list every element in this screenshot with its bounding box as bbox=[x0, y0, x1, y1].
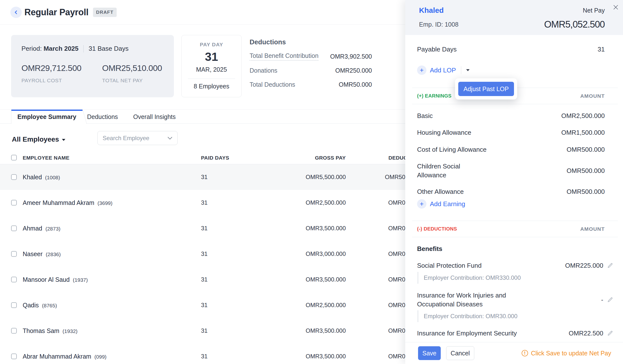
col-paid-days: PAID DAYS bbox=[201, 151, 229, 164]
tab-deductions[interactable]: Deductions bbox=[87, 110, 118, 124]
table-row[interactable]: Thomas Sam (1932)31OMR3,500.000OMR0.000 bbox=[0, 318, 405, 344]
chevron-left-icon bbox=[14, 10, 19, 15]
table-row[interactable]: Mansoor Al Saud (1937)31OMR3,500.000OMR0… bbox=[0, 267, 405, 292]
add-earning-control[interactable]: + Add Earning bbox=[417, 198, 465, 210]
table-row[interactable]: Qadis (8765)31OMR2,500.000OMR0.000 bbox=[0, 292, 405, 318]
vertical-divider bbox=[83, 45, 84, 52]
alert-icon: ! bbox=[522, 350, 528, 356]
employee-id: (2836) bbox=[46, 251, 61, 257]
row-checkbox[interactable] bbox=[11, 251, 17, 257]
divider bbox=[412, 237, 618, 237]
row-checkbox[interactable] bbox=[11, 354, 17, 359]
deductions-amount-header: AMOUNT bbox=[580, 226, 605, 232]
edit-button[interactable] bbox=[607, 330, 613, 336]
add-earning-button[interactable]: Add Earning bbox=[430, 200, 465, 208]
plus-icon[interactable]: + bbox=[417, 65, 426, 75]
row-checkbox[interactable] bbox=[11, 200, 17, 206]
add-lop-button[interactable]: Add LOP bbox=[430, 66, 456, 74]
table-row[interactable]: Abrar Muhammad Akram (099)31OMR3,500.000… bbox=[0, 344, 405, 364]
earning-row: BasicOMR2,500.000 bbox=[417, 109, 605, 122]
adjust-past-lop-button[interactable]: Adjust Past LOP bbox=[458, 82, 514, 96]
drawer-employee-name[interactable]: Khaled bbox=[419, 6, 444, 15]
table-row[interactable]: Ahmad (2873)31OMR3,500.000OMR0.000 bbox=[0, 216, 405, 241]
tab-bar: Employee Summary Deductions Overall Insi… bbox=[0, 109, 405, 124]
employee-name: Mansoor Al Saud (1937) bbox=[23, 276, 88, 283]
deductions-summary: Deductions Total Benefit ContributionOMR… bbox=[250, 39, 372, 88]
paid-days-value: 31 bbox=[201, 276, 208, 283]
payroll-cost: OMR29,712.500 PAYROLL COST bbox=[22, 63, 102, 83]
gross-pay-value: OMR3,500.000 bbox=[306, 327, 346, 334]
table-row[interactable]: Khaled (1008)31OMR5,500.000OMR50.000 bbox=[0, 164, 405, 190]
total-net-pay-amount: OMR25,510.000 bbox=[102, 63, 162, 73]
divider bbox=[461, 66, 461, 74]
deductions-summary-rows: Total Benefit ContributionOMR3,902.500Do… bbox=[250, 53, 372, 88]
deduction-summary-value: OMR250.000 bbox=[335, 67, 372, 74]
deductions-value: OMR0.000 bbox=[358, 276, 405, 283]
earning-label: Housing Allowance bbox=[417, 128, 471, 137]
employee-name: Ahmad (2873) bbox=[23, 225, 60, 232]
search-employee-select[interactable]: Search Employee bbox=[97, 131, 178, 145]
search-placeholder: Search Employee bbox=[103, 135, 149, 142]
benefits-group-label: Benefits bbox=[417, 242, 443, 255]
gross-pay-value: OMR3,500.000 bbox=[306, 225, 346, 232]
deductions-value: OMR0.000 bbox=[358, 353, 405, 360]
row-checkbox[interactable] bbox=[11, 328, 17, 334]
table-row[interactable]: Naseer (2836)31OMR3,000.000OMR0.000 bbox=[0, 241, 405, 267]
add-lop-control: + Add LOP bbox=[417, 64, 469, 77]
edit-pencil-icon bbox=[607, 263, 613, 268]
earning-row: Housing AllowanceOMR1,500.000 bbox=[417, 126, 605, 139]
gross-pay-value: OMR3,500.000 bbox=[306, 276, 346, 283]
deductions-title: (-) DEDUCTIONS bbox=[417, 226, 457, 232]
back-button[interactable] bbox=[10, 7, 22, 18]
payday-label: PAY DAY bbox=[181, 42, 242, 47]
row-checkbox[interactable] bbox=[11, 277, 17, 283]
deduction-amount-group: OMR225.000 bbox=[565, 262, 613, 269]
earning-amount: OMR2,500.000 bbox=[561, 112, 605, 120]
employer-contribution-note: Employer Contribution: OMR330.000 bbox=[418, 272, 521, 284]
paid-days-value: 31 bbox=[201, 250, 208, 257]
payroll-cost-label: PAYROLL COST bbox=[22, 78, 102, 83]
paid-days-value: 31 bbox=[201, 353, 208, 360]
deduction-summary-row: Total DeductionsOMR50.000 bbox=[250, 81, 372, 88]
employee-detail-drawer: Khaled Net Pay Emp. ID: 1008 OMR5,052.50… bbox=[405, 0, 623, 364]
close-icon[interactable] bbox=[613, 4, 619, 11]
deduction-summary-value: OMR3,902.500 bbox=[330, 53, 372, 60]
total-net-pay: OMR25,510.000 TOTAL NET PAY bbox=[102, 63, 162, 83]
all-employees-filter[interactable]: All Employees bbox=[12, 136, 65, 143]
payday-card: PAY DAY 31 MAR, 2025 8 Employees bbox=[181, 35, 242, 97]
employee-name: Khaled (1008) bbox=[23, 174, 60, 181]
active-tab-indicator bbox=[11, 110, 83, 111]
deduction-amount-group: - bbox=[601, 296, 613, 304]
employee-name: Qadis (8765) bbox=[23, 302, 57, 309]
deduction-summary-row: Total Benefit ContributionOMR3,902.500 bbox=[250, 53, 372, 60]
add-lop-dropdown-caret[interactable] bbox=[466, 69, 469, 71]
payday-divider bbox=[188, 79, 235, 79]
table-row[interactable]: Ameer Muhammad Akram (3699)31OMR2,500.00… bbox=[0, 190, 405, 216]
payable-days-value: 31 bbox=[598, 45, 605, 53]
deduction-label: Insurance for Work Injuries and Occupati… bbox=[417, 291, 535, 309]
payday-date: MAR, 2025 bbox=[181, 66, 242, 73]
deduction-amount: OMR22.500 bbox=[569, 329, 603, 337]
earning-amount: OMR500.000 bbox=[567, 188, 605, 196]
edit-button[interactable] bbox=[607, 263, 613, 268]
col-employee-name: EMPLOYEE NAME bbox=[23, 151, 69, 164]
edit-button[interactable] bbox=[607, 297, 613, 303]
total-net-pay-label: TOTAL NET PAY bbox=[102, 78, 162, 83]
tab-overall-insights[interactable]: Overall Insights bbox=[133, 110, 176, 124]
add-lop-popup: Adjust Past LOP bbox=[455, 78, 517, 100]
payday-employees: 8 Employees bbox=[181, 83, 242, 90]
tab-employee-summary[interactable]: Employee Summary bbox=[11, 110, 87, 124]
row-checkbox[interactable] bbox=[11, 303, 17, 308]
gross-pay-value: OMR2,500.000 bbox=[306, 302, 346, 309]
save-button[interactable]: Save bbox=[418, 346, 441, 360]
select-all-checkbox[interactable] bbox=[11, 155, 17, 161]
deductions-summary-title: Deductions bbox=[250, 39, 372, 46]
employee-id: (2873) bbox=[45, 226, 60, 231]
cancel-button[interactable]: Cancel bbox=[446, 346, 474, 360]
period-label: Period: bbox=[22, 45, 42, 52]
row-checkbox[interactable] bbox=[11, 174, 17, 180]
table-header: EMPLOYEE NAME PAID DAYS GROSS PAY DEDUCT… bbox=[0, 151, 405, 164]
net-pay-amount: OMR5,052.500 bbox=[544, 19, 605, 30]
row-checkbox[interactable] bbox=[11, 226, 17, 231]
deduction-summary-row: DonationsOMR250.000 bbox=[250, 67, 372, 74]
